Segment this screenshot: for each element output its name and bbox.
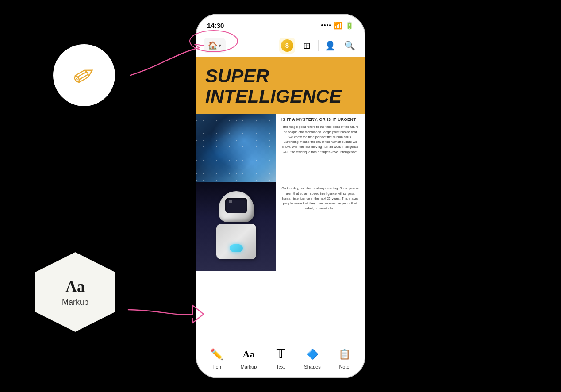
search-icon: 🔍 bbox=[344, 40, 355, 51]
coin-icon: $ bbox=[281, 39, 293, 52]
note-label: Note bbox=[339, 364, 349, 369]
article-text-block-2: On this day, one day is always coming. S… bbox=[276, 182, 365, 271]
markup-label: Markup bbox=[241, 364, 257, 369]
content-area: SUPER INTELLIGENCE IS IT A MYSTERY, OR I… bbox=[196, 57, 365, 342]
article-title: SUPER INTELLIGENCE bbox=[205, 66, 356, 107]
article-section-2: On this day, one day is always coming. S… bbox=[196, 182, 365, 271]
article-body-1: The magic point refers to the time point… bbox=[281, 124, 359, 154]
bottom-toolbar: ✏️ Pen Aa Markup 𝕋 Text 🔷 Shapes 📋 Note bbox=[196, 342, 365, 377]
signal-icon bbox=[321, 24, 331, 26]
user-button[interactable]: 👤 bbox=[322, 38, 338, 54]
coin-button[interactable]: $ bbox=[279, 38, 295, 54]
chevron-down-icon: ▾ bbox=[219, 42, 221, 49]
status-icons: 📶 🔋 bbox=[321, 21, 354, 30]
toolbar-shapes[interactable]: 🔷 Shapes bbox=[296, 346, 328, 369]
note-toolbar-icon: 📋 bbox=[336, 346, 352, 362]
markup-hex-label: Markup bbox=[62, 298, 88, 307]
toolbar-note[interactable]: 📋 Note bbox=[328, 346, 360, 369]
nav-divider bbox=[318, 40, 319, 51]
robot-figure bbox=[210, 191, 263, 271]
nav-bar: 🏠 ▾ $ ⊞ 👤 🔍 bbox=[196, 34, 365, 57]
text-toolbar-icon: 𝕋 bbox=[273, 346, 288, 362]
markup-aa-icon: Aa bbox=[65, 277, 85, 296]
robot-image bbox=[196, 182, 276, 271]
battery-icon: 🔋 bbox=[345, 21, 354, 30]
markup-tool-hex: Aa Markup bbox=[35, 252, 115, 332]
status-bar: 14:30 📶 🔋 bbox=[196, 15, 365, 34]
home-icon: 🏠 bbox=[208, 41, 218, 50]
article-text-block-1: IS IT A MYSTERY, OR IS IT URGENT The mag… bbox=[276, 114, 365, 182]
article-section-1: IS IT A MYSTERY, OR IS IT URGENT The mag… bbox=[196, 114, 365, 182]
wifi-icon: 📶 bbox=[334, 21, 342, 30]
article-body-2: On this day, one day is always coming. S… bbox=[281, 186, 359, 211]
shapes-label: Shapes bbox=[304, 364, 320, 369]
pen-icon: ✏ bbox=[67, 56, 101, 94]
toolbar-text[interactable]: 𝕋 Text bbox=[265, 346, 296, 369]
pen-tool-circle: ✏ bbox=[53, 44, 115, 106]
status-time: 14:30 bbox=[207, 22, 224, 29]
pen-label: Pen bbox=[212, 364, 221, 369]
translate-icon: ⊞ bbox=[303, 40, 311, 51]
user-icon: 👤 bbox=[325, 40, 336, 51]
pen-toolbar-icon: ✏️ bbox=[209, 346, 225, 362]
search-button[interactable]: 🔍 bbox=[342, 38, 357, 54]
home-button[interactable]: 🏠 ▾ bbox=[204, 38, 226, 53]
article-subtitle: IS IT A MYSTERY, OR IS IT URGENT bbox=[281, 117, 359, 122]
toolbar-pen[interactable]: ✏️ Pen bbox=[201, 346, 233, 369]
shapes-toolbar-icon: 🔷 bbox=[304, 346, 320, 362]
translate-button[interactable]: ⊞ bbox=[299, 38, 315, 54]
nebula-image bbox=[196, 114, 276, 182]
toolbar-markup[interactable]: Aa Markup bbox=[233, 346, 265, 369]
phone-frame: 14:30 📶 🔋 🏠 ▾ $ ⊞ 👤 🔍 bbox=[196, 15, 365, 377]
article-header: SUPER INTELLIGENCE bbox=[196, 57, 365, 114]
text-label: Text bbox=[276, 364, 285, 369]
markup-toolbar-icon: Aa bbox=[241, 346, 257, 362]
